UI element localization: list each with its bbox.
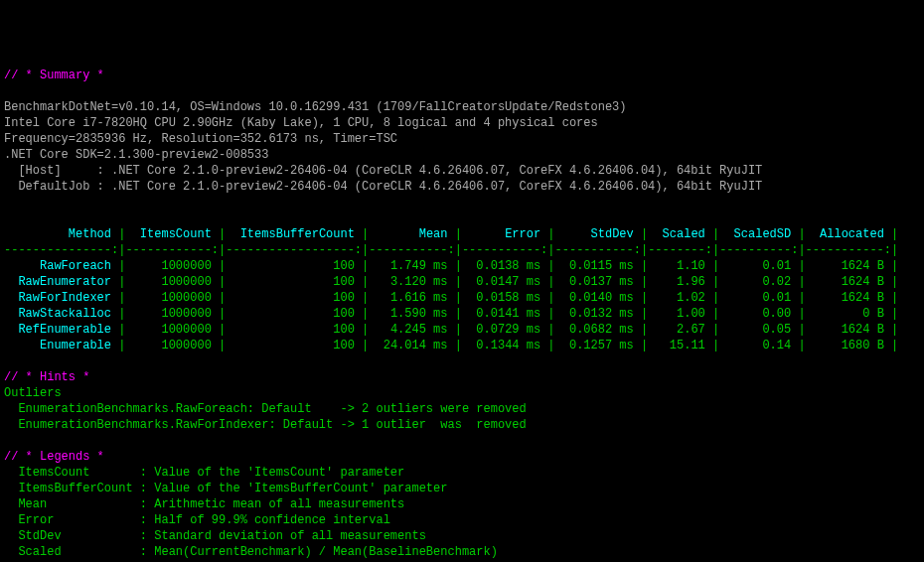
terminal-output: // * Summary * BenchmarkDotNet=v0.10.14,…	[4, 68, 920, 562]
